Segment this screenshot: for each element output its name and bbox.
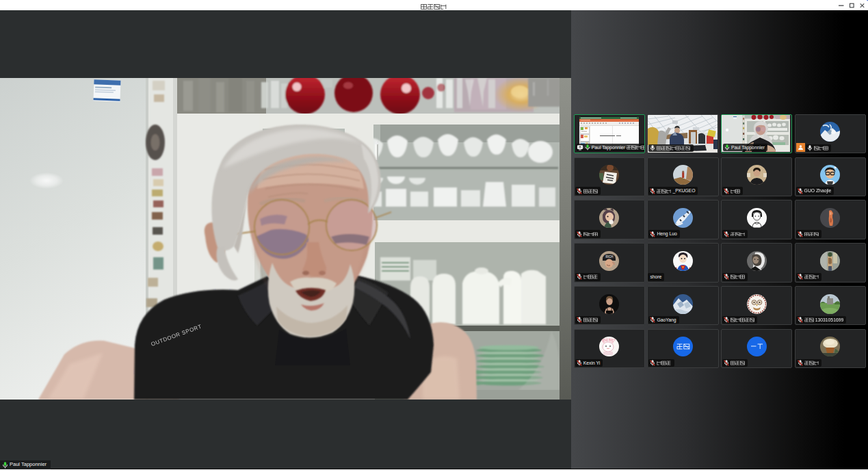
svg-text:RICH: RICH (606, 254, 614, 258)
